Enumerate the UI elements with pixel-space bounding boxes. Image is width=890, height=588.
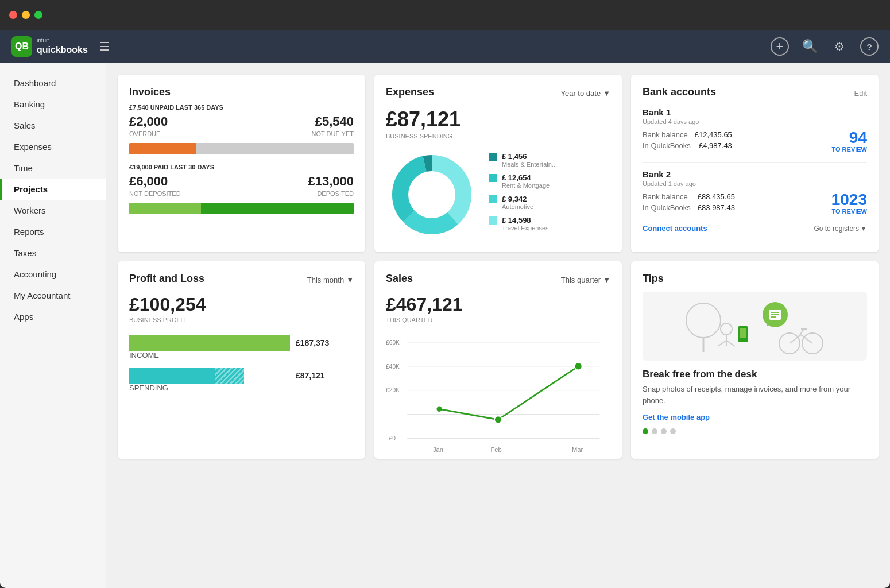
sales-chart: £60K £40K £20K £0 Jan Feb [386, 332, 610, 447]
bank-edit-button[interactable]: Edit [854, 89, 867, 98]
sidebar-item-projects[interactable]: Projects [0, 179, 106, 200]
svg-text:£40K: £40K [386, 363, 400, 370]
income-label: INCOME [129, 351, 354, 359]
legend-color-4 [489, 216, 497, 225]
invoices-unpaid-row: £2,000 £5,540 [129, 114, 354, 129]
invoices-unpaid-subtitle: £7,540 UNPAID LAST 365 DAYS [129, 104, 354, 111]
legend-item-1: £ 1,456 Meals & Entertain... [489, 152, 610, 168]
svg-line-22 [718, 341, 726, 346]
expenses-amount: £87,121 [386, 107, 610, 131]
bank-1-review[interactable]: 94 TO REVIEW [831, 130, 867, 153]
sidebar-item-reports[interactable]: Reports [0, 221, 106, 242]
sidebar-item-sales[interactable]: Sales [0, 115, 106, 136]
sales-header: Sales This quarter ▼ [386, 273, 610, 287]
settings-icon[interactable]: ⚙ [830, 37, 849, 56]
svg-text:£0: £0 [389, 435, 396, 442]
dashboard-content: Invoices £7,540 UNPAID LAST 365 DAYS £2,… [106, 63, 890, 588]
invoices-paid-subtitle: £19,000 PAID LAST 30 DAYS [129, 164, 354, 171]
profit-loss-period[interactable]: This month ▼ [307, 276, 354, 284]
expenses-legend: £ 1,456 Meals & Entertain... £ 12,654 Re… [489, 152, 610, 237]
tips-mobile-link[interactable]: Get the mobile app [643, 413, 867, 421]
tips-illustration [643, 292, 867, 361]
expenses-title: Expenses [386, 86, 434, 98]
bank-accounts-title: Bank accounts [643, 86, 716, 98]
invoices-paid-bar [129, 203, 354, 214]
income-bar-solid [129, 335, 250, 351]
income-amount: £187,373 [296, 338, 329, 347]
main-layout: Dashboard Banking Sales Expenses Time Pr… [0, 63, 890, 588]
profit-loss-amount: £100,254 [129, 294, 354, 315]
sidebar-item-time[interactable]: Time [0, 157, 106, 179]
search-icon[interactable]: 🔍 [800, 37, 819, 56]
tips-pagination [643, 428, 867, 434]
expenses-donut-chart [386, 149, 478, 241]
income-bar-row: £187,373 INCOME [129, 335, 354, 359]
spending-amount: £87,121 [296, 371, 325, 380]
bank-1-qb-row: In QuickBooks £4,987.43 [643, 141, 732, 150]
sidebar-item-dashboard[interactable]: Dashboard [0, 72, 106, 94]
sidebar-item-expenses[interactable]: Expenses [0, 136, 106, 157]
spending-label: SPENDING [129, 384, 354, 392]
spending-bar-solid [129, 368, 215, 384]
chart-point-feb [494, 416, 502, 423]
invoices-unpaid-bar [129, 143, 354, 154]
sidebar-item-workers[interactable]: Workers [0, 200, 106, 221]
sidebar-item-apps[interactable]: Apps [0, 306, 106, 327]
tips-dot-1[interactable] [643, 428, 648, 434]
bank-2-review[interactable]: 1023 TO REVIEW [831, 192, 867, 215]
sidebar-item-accounting[interactable]: Accounting [0, 264, 106, 285]
profit-loss-card: Profit and Loss This month ▼ £100,254 BU… [118, 261, 365, 459]
connect-accounts-link[interactable]: Connect accounts [643, 224, 707, 233]
intuit-label: intuit [37, 37, 88, 44]
svg-text:Jan: Jan [433, 446, 443, 453]
legend-color-1 [489, 153, 497, 161]
svg-text:Mar: Mar [572, 446, 583, 453]
sales-period[interactable]: This quarter ▼ [561, 276, 610, 284]
expenses-donut-container: £ 1,456 Meals & Entertain... £ 12,654 Re… [386, 149, 610, 241]
svg-text:£60K: £60K [386, 339, 400, 346]
sidebar-item-my-accountant[interactable]: My Accountant [0, 285, 106, 306]
legend-item-4: £ 14,598 Travel Expenses [489, 216, 610, 231]
bank-2-section: Bank 2 Updated 1 day ago Bank balance £8… [643, 169, 867, 215]
bank-divider [643, 162, 867, 163]
help-icon[interactable]: ? [860, 37, 879, 56]
tips-illustration-svg [675, 295, 835, 358]
expenses-card: Expenses Year to date ▼ £87,121 BUSINESS… [374, 75, 622, 252]
sidebar-item-banking[interactable]: Banking [0, 94, 106, 115]
bank-1-section: Bank 1 Updated 4 days ago Bank balance £… [643, 107, 867, 153]
legend-item-3: £ 9,342 Automotive [489, 195, 610, 210]
logo-area: QB intuit quickbooks [11, 36, 88, 57]
not-due-bar [196, 143, 354, 154]
invoices-title: Invoices [129, 86, 354, 98]
sidebar-item-taxes[interactable]: Taxes [0, 242, 106, 264]
traffic-lights [9, 11, 42, 19]
app-container: QB intuit quickbooks ☰ + 🔍 ⚙ ? Dashboard [0, 30, 890, 588]
legend-item-2: £ 12,654 Rent & Mortgage [489, 173, 610, 189]
close-button[interactable] [9, 11, 17, 19]
svg-text:Feb: Feb [490, 446, 501, 453]
bank-accounts-header: Bank accounts Edit [643, 86, 867, 100]
overdue-bar [129, 143, 196, 154]
qb-icon: QB [11, 36, 32, 57]
hamburger-icon[interactable]: ☰ [99, 40, 110, 53]
profit-loss-sub: BUSINESS PROFIT [129, 316, 354, 323]
tips-title: Tips [643, 273, 867, 285]
tips-dot-2[interactable] [652, 428, 657, 434]
expenses-period[interactable]: Year to date ▼ [560, 89, 610, 98]
quickbooks-label: quickbooks [37, 44, 88, 55]
maximize-button[interactable] [34, 11, 42, 19]
svg-rect-25 [740, 328, 746, 338]
minimize-button[interactable] [22, 11, 30, 19]
go-to-registers-link[interactable]: Go to registers ▼ [814, 225, 867, 233]
qb-brand: intuit quickbooks [37, 37, 88, 55]
tips-dot-3[interactable] [661, 428, 667, 434]
tips-dot-4[interactable] [670, 428, 676, 434]
spending-bar-striped [215, 368, 244, 384]
add-icon[interactable]: + [771, 37, 789, 56]
sales-title: Sales [386, 273, 413, 285]
tips-card: Tips [631, 261, 879, 459]
legend-color-2 [489, 174, 497, 182]
tips-card-title: Break free from the desk [643, 369, 867, 380]
bank-accounts-card: Bank accounts Edit Bank 1 Updated 4 days… [631, 75, 879, 252]
bank-1-details: Bank balance £12,435.65 In QuickBooks £4… [643, 130, 867, 153]
